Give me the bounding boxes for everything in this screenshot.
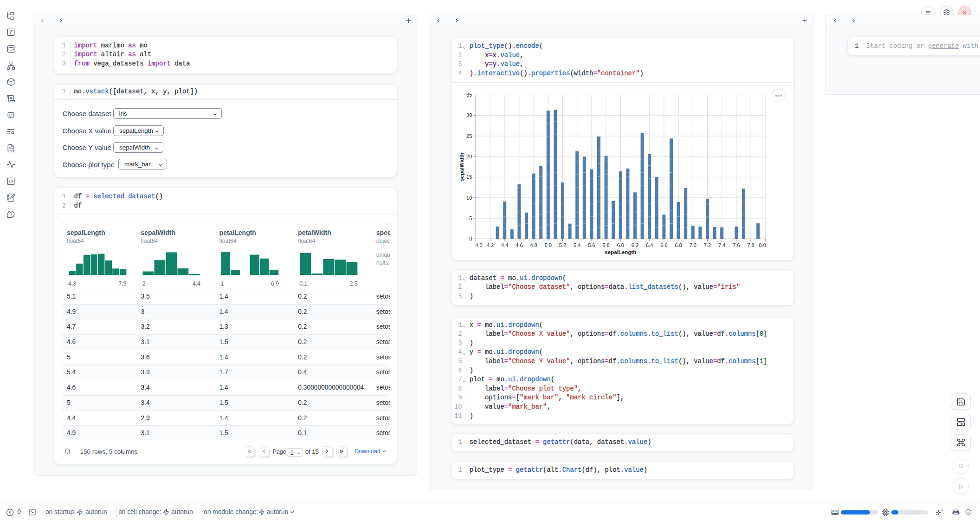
svg-text:sepalLength: sepalLength xyxy=(605,249,636,255)
svg-text:5: 5 xyxy=(469,215,472,221)
svg-text:7.8: 7.8 xyxy=(747,242,754,247)
svg-text:25: 25 xyxy=(466,133,472,138)
svg-text:6.0: 6.0 xyxy=(617,242,624,247)
svg-text:6.6: 6.6 xyxy=(660,242,667,247)
svg-text:7.6: 7.6 xyxy=(733,242,740,247)
svg-text:20: 20 xyxy=(466,154,472,159)
svg-text:15: 15 xyxy=(466,174,472,180)
svg-text:35: 35 xyxy=(466,92,472,98)
svg-text:6.8: 6.8 xyxy=(675,242,682,247)
svg-text:10: 10 xyxy=(466,195,472,200)
svg-text:5.6: 5.6 xyxy=(588,242,595,247)
svg-text:0: 0 xyxy=(469,236,472,241)
svg-text:4.0: 4.0 xyxy=(475,242,482,247)
svg-text:4.4: 4.4 xyxy=(501,242,508,247)
svg-text:5.8: 5.8 xyxy=(602,242,609,247)
svg-text:5.4: 5.4 xyxy=(574,242,580,247)
svg-text:5.2: 5.2 xyxy=(559,242,566,247)
svg-text:5.0: 5.0 xyxy=(544,242,551,247)
svg-text:4.2: 4.2 xyxy=(487,242,494,247)
svg-text:6.2: 6.2 xyxy=(632,242,638,247)
svg-text:4.6: 4.6 xyxy=(516,242,522,247)
svg-text:7.4: 7.4 xyxy=(718,242,725,247)
svg-text:4.8: 4.8 xyxy=(530,242,537,247)
svg-text:7.0: 7.0 xyxy=(689,242,696,247)
svg-text:8.0: 8.0 xyxy=(759,242,766,247)
svg-text:6.4: 6.4 xyxy=(646,242,653,247)
svg-text:7.2: 7.2 xyxy=(704,242,711,247)
svg-text:30: 30 xyxy=(466,112,472,118)
svg-text:sepalWidth: sepalWidth xyxy=(459,152,464,181)
